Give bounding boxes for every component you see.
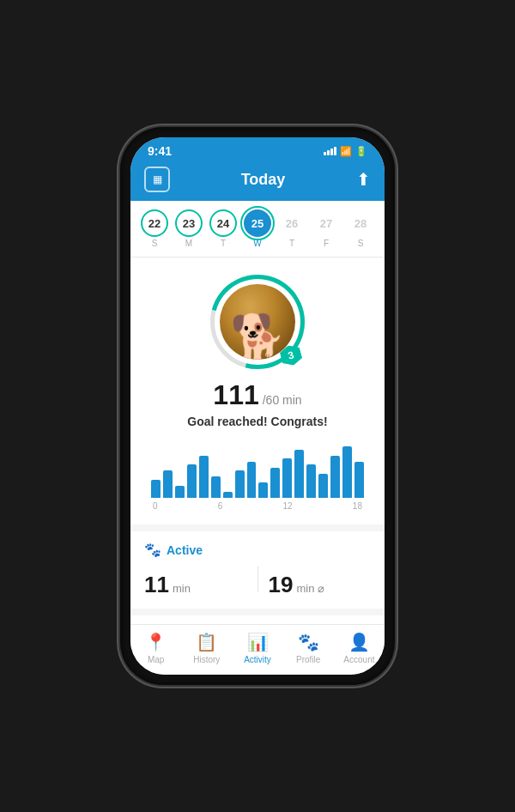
phone-frame: 9:41 📶 🔋 ▦ Today ⬆ 22S23M24T25W26T27: [120, 127, 395, 685]
day-number-22: 22: [141, 209, 168, 237]
bottom-nav: 📍 Map 📋 History 📊 Activity 🐾 Profile 👤 A…: [130, 624, 385, 675]
chart-bar-6: [223, 492, 233, 498]
nav-label-map: Map: [148, 655, 164, 664]
nav-item-account[interactable]: 👤 Account: [334, 632, 385, 664]
day-item-27[interactable]: 27F: [312, 209, 340, 248]
day-item-26[interactable]: 26T: [278, 209, 306, 248]
day-number-28: 28: [347, 209, 374, 237]
dog-avatar-container: 3: [210, 275, 305, 369]
nav-item-profile[interactable]: 🐾 Profile: [283, 632, 334, 664]
chart-bar-1: [163, 470, 173, 498]
chart-label-0: 0: [153, 501, 158, 511]
status-icons: 📶 🔋: [324, 146, 367, 157]
day-item-23[interactable]: 23M: [175, 209, 203, 248]
day-item-28[interactable]: 28S: [347, 209, 374, 248]
chart-bar-10: [270, 468, 280, 498]
chart-labels: 0 6 12 18: [151, 501, 364, 511]
day-item-22[interactable]: 22S: [141, 209, 168, 248]
minutes-goal: /60 min: [263, 393, 302, 407]
day-number-23: 23: [175, 209, 203, 237]
day-label-28: S: [358, 239, 364, 248]
active-avg-unit: min ⌀: [296, 582, 324, 595]
stat-divider: [258, 567, 258, 592]
map-icon: 📍: [145, 632, 167, 652]
day-label-22: S: [152, 239, 158, 248]
chart-bar-16: [342, 446, 352, 498]
active-avg-value: 19: [269, 572, 294, 598]
active-avg: 19 min ⌀: [269, 572, 372, 598]
day-label-27: F: [324, 239, 329, 248]
chart-bar-5: [211, 476, 221, 498]
chart-bar-17: [354, 462, 364, 498]
dog-photo: [220, 284, 295, 360]
active-stat-header: 🐾 Active: [144, 542, 371, 558]
nav-label-account: Account: [343, 655, 374, 664]
active-unit: min: [173, 582, 191, 595]
calendar-icon: ▦: [153, 173, 162, 185]
chart-label-6: 6: [218, 501, 223, 511]
nav-item-map[interactable]: 📍 Map: [130, 632, 181, 664]
day-item-25[interactable]: 25W: [244, 209, 271, 248]
status-time: 9:41: [148, 144, 172, 158]
chart-bar-3: [187, 464, 197, 498]
dog-section: 3 111 /60 min Goal reached! Congrats! 0 …: [130, 258, 385, 524]
congrats-text: Goal reached! Congrats!: [187, 415, 327, 428]
chart-bar-2: [175, 486, 185, 498]
chart-bar-15: [330, 456, 340, 498]
calendar-button[interactable]: ▦: [144, 167, 170, 192]
status-bar: 9:41 📶 🔋: [130, 137, 385, 161]
app-header: ▦ Today ⬆: [130, 161, 385, 201]
active-stat-row: 11 min 19 min ⌀: [144, 567, 371, 598]
paw-icon: 🐾: [144, 542, 161, 558]
chart-bar-8: [247, 462, 257, 498]
wifi-icon: 📶: [340, 146, 352, 157]
chart-bar-13: [306, 464, 316, 498]
chart-bar-14: [318, 474, 328, 498]
chart-bars: [151, 442, 364, 498]
day-number-27: 27: [312, 209, 340, 237]
battery-icon: 🔋: [355, 146, 367, 157]
header-title: Today: [241, 171, 286, 189]
calories-stats-section: 🔥 Calories 583 kcal 514 kcal ⌀: [130, 615, 385, 624]
active-title: Active: [167, 543, 203, 557]
signal-icon: [324, 147, 336, 155]
activity-minutes: 111 /60 min: [213, 379, 301, 411]
nav-label-history: History: [193, 655, 220, 664]
chart-bar-7: [235, 470, 245, 498]
chart-bar-12: [294, 450, 304, 498]
day-number-26: 26: [278, 209, 306, 237]
chart-label-12: 12: [283, 501, 293, 511]
chart-bar-0: [151, 480, 161, 498]
nav-label-profile: Profile: [296, 655, 320, 664]
nav-item-activity[interactable]: 📊 Activity: [232, 632, 282, 664]
day-label-23: M: [185, 239, 192, 248]
minutes-value: 111: [213, 379, 258, 411]
activity-icon: 📊: [247, 632, 269, 652]
chart-bar-4: [199, 456, 209, 498]
main-content: 3 111 /60 min Goal reached! Congrats! 0 …: [130, 258, 385, 624]
share-button[interactable]: ⬆: [356, 169, 371, 190]
chart-bar-11: [282, 458, 292, 498]
chart-bar-9: [258, 482, 268, 498]
nav-item-history[interactable]: 📋 History: [181, 632, 232, 664]
profile-icon: 🐾: [298, 632, 319, 652]
day-label-24: T: [221, 239, 226, 248]
week-strip: 22S23M24T25W26T27F28S: [130, 201, 385, 258]
active-value: 11: [144, 572, 169, 598]
account-icon: 👤: [348, 632, 370, 652]
active-current: 11 min: [144, 572, 247, 598]
day-number-25: 25: [244, 209, 271, 237]
nav-label-activity: Activity: [244, 655, 271, 664]
day-item-24[interactable]: 24T: [209, 209, 237, 248]
day-number-24: 24: [209, 209, 237, 237]
day-label-26: T: [289, 239, 294, 248]
history-icon: 📋: [196, 632, 217, 652]
chart-label-18: 18: [353, 501, 362, 511]
phone-screen: 9:41 📶 🔋 ▦ Today ⬆ 22S23M24T25W26T27: [130, 137, 385, 675]
activity-chart: 0 6 12 18: [144, 442, 371, 511]
active-stats-section: 🐾 Active 11 min 19 min ⌀: [130, 531, 385, 609]
